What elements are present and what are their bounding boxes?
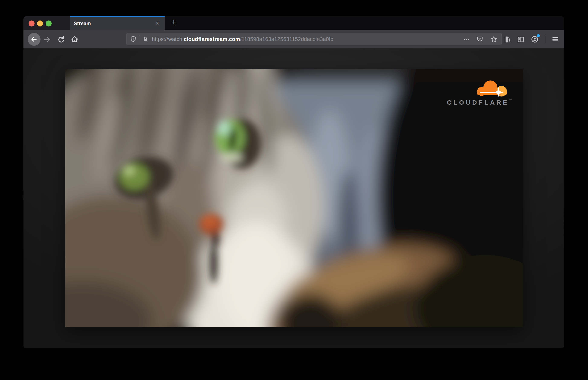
browser-window: Stream ✕ + [23,16,564,348]
trademark-symbol: ™ [509,98,512,101]
forward-icon [43,36,51,43]
hamburger-menu-icon [552,36,559,43]
cloudflare-wordmark: CLOUDFLARE™ [439,98,512,106]
page-actions-icon[interactable] [464,36,469,42]
toolbar-divider [545,35,545,43]
cloudflare-logo: CLOUDFLARE™ [439,80,510,106]
back-button[interactable] [26,30,43,48]
page-content: CLOUDFLARE™ [23,48,564,348]
zoom-window-button[interactable] [46,20,52,26]
home-button[interactable] [69,30,80,48]
tab-stream[interactable]: Stream ✕ [70,16,165,30]
reload-button[interactable] [56,30,66,48]
forward-button[interactable] [42,30,52,48]
traffic-lights [29,16,52,30]
navigation-toolbar: https://watch.cloudflarestream.com/11859… [23,30,564,48]
video-frame-cat [65,69,522,327]
new-tab-button[interactable]: + [172,18,176,27]
library-icon[interactable] [503,36,511,43]
sidebar-icon[interactable] [517,36,524,43]
screen: Stream ✕ + [0,0,588,380]
url-bar[interactable]: https://watch.cloudflarestream.com/11859… [126,33,502,45]
account-button[interactable] [531,36,538,43]
tracking-protection-shield-icon[interactable] [130,36,137,42]
bookmark-star-icon[interactable] [490,36,497,42]
back-icon [28,33,40,46]
url-text: https://watch.cloudflarestream.com/11859… [152,36,464,42]
reload-icon [57,36,65,43]
menu-button[interactable] [552,36,559,43]
lock-icon[interactable] [142,36,148,42]
tab-bar: Stream ✕ + [23,16,564,30]
url-path: /118598a163a125631152ddaccfe3a0fb [240,36,333,42]
cloudflare-cloud-icon [476,80,509,96]
account-notification-dot [537,34,540,37]
home-icon [71,36,78,43]
video-player[interactable]: CLOUDFLARE™ [65,69,522,327]
pocket-icon[interactable] [477,36,483,42]
tab-title: Stream [74,21,91,26]
close-window-button[interactable] [29,20,35,26]
minimize-window-button[interactable] [37,20,43,26]
tab-close-button[interactable]: ✕ [156,20,159,26]
url-domain: cloudflarestream.com [184,36,240,42]
url-prefix: https://watch. [152,36,184,42]
urlbar-divider [139,36,139,43]
